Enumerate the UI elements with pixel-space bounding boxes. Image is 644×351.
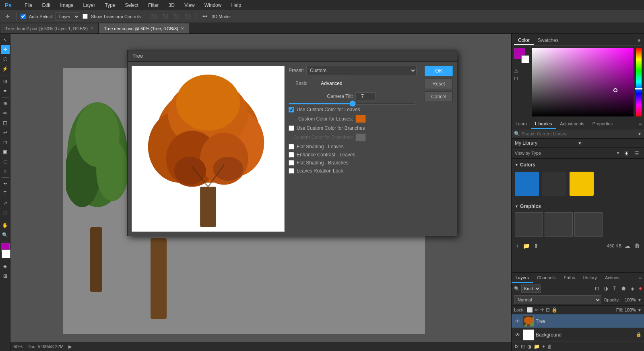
menu-edit[interactable]: Edit [40, 2, 52, 9]
filter-adjustment-btn[interactable]: ◑ [602, 285, 609, 292]
delete-layer-btn[interactable]: 🗑 [547, 344, 552, 349]
menu-3d[interactable]: 3D [167, 2, 176, 9]
tool-lasso[interactable]: ⬡ [1, 55, 10, 64]
tab-history[interactable]: History [579, 273, 601, 283]
tab-tree-demo2-close[interactable]: ✕ [90, 26, 93, 31]
tool-gradient[interactable]: ▣ [1, 147, 10, 156]
fx-btn[interactable]: fx [515, 344, 518, 349]
camera-tilt-slider[interactable] [289, 103, 417, 104]
menu-file[interactable]: File [23, 2, 34, 9]
cloud-sync-btn[interactable]: ☁ [624, 242, 631, 250]
swatches-tab[interactable]: Swatches [534, 36, 563, 45]
reset-button[interactable]: Reset [425, 79, 453, 89]
grid-view-btn[interactable]: ⊞ [622, 149, 630, 157]
lock-all-icon[interactable]: 🔒 [551, 307, 557, 313]
more-btn[interactable]: ••• [200, 12, 209, 21]
cancel-button[interactable]: Cancel [425, 91, 453, 102]
filter-kind-select[interactable]: Kind [521, 285, 541, 293]
tab-properties[interactable]: Properties [588, 119, 617, 129]
tab-adjustments[interactable]: Adjustments [556, 119, 588, 129]
tool-eyedropper[interactable]: ✒ [1, 87, 10, 96]
view-by-arrow[interactable]: ▼ [616, 151, 620, 155]
lock-position-icon[interactable]: ✛ [540, 307, 544, 313]
search-input[interactable] [522, 131, 636, 136]
menu-layer[interactable]: Layer [82, 2, 97, 9]
flat-shading-branches-checkbox[interactable] [289, 160, 294, 166]
menu-view[interactable]: View [183, 2, 196, 9]
tool-pen[interactable]: ✒ [1, 179, 10, 188]
show-transform-checkbox[interactable] [83, 14, 88, 19]
tool-zoom[interactable]: 🔍 [1, 231, 10, 239]
gamut-icon[interactable]: ◻ [514, 75, 529, 81]
menu-help[interactable]: Help [229, 2, 243, 9]
color-swatch-yellow[interactable] [570, 172, 594, 196]
distribute-btn[interactable]: ⬛ [183, 12, 192, 21]
layer-row-background[interactable]: 👁 Background 🔒 [512, 328, 644, 342]
new-group-btn[interactable]: 📁 [534, 344, 540, 349]
filter-shape-btn[interactable]: ⬟ [620, 285, 627, 292]
move-tool-btn[interactable]: ✛ [3, 12, 12, 21]
custom-color-leaves-checkbox[interactable] [289, 107, 294, 112]
tool-path-select[interactable]: ↗ [1, 199, 10, 208]
lock-artboard-icon[interactable]: ⊡ [546, 307, 550, 313]
filter-smart-btn[interactable]: ◈ [629, 285, 636, 292]
ok-button[interactable]: OK [425, 66, 453, 76]
color-gradient-picker[interactable] [532, 48, 634, 116]
tab-tree-demo2[interactable]: Tree demo2.psd @ 50% (Layer 1, RGB/8) ✕ [0, 23, 99, 33]
tool-select[interactable]: ↖ [1, 35, 10, 44]
tool-healing[interactable]: ⊕ [1, 99, 10, 108]
lock-pixels-icon[interactable]: ✏ [535, 307, 539, 313]
color-swatch-blue[interactable] [515, 172, 539, 196]
tool-shape[interactable]: □ [1, 208, 10, 217]
fill-dropdown-arrow[interactable]: ▼ [638, 308, 642, 312]
tab-tree-demo[interactable]: Tree demo.psd @ 50% (Tree, RGB/8) ✕ [99, 23, 189, 33]
preset-select[interactable]: Custom [306, 66, 417, 75]
flat-shading-leaves-checkbox[interactable] [289, 144, 294, 150]
search-dropdown-arrow[interactable]: ▼ [638, 132, 642, 136]
tab-paths[interactable]: Paths [560, 273, 579, 283]
new-library-btn[interactable]: 📁 [522, 242, 530, 250]
dialog-titlebar[interactable]: Tree [128, 50, 457, 62]
delete-library-btn[interactable]: 🗑 [634, 242, 641, 250]
align-center-btn[interactable]: ⬛ [161, 12, 169, 21]
dialog-tab-basic[interactable]: Basic [289, 79, 314, 88]
menu-select[interactable]: Select [124, 2, 140, 9]
tool-brush[interactable]: ✏ [1, 109, 10, 118]
custom-color-leaves-swatch[interactable] [355, 115, 366, 123]
tool-stamp[interactable]: ◫ [1, 118, 10, 127]
colors-section-header[interactable]: ▼ Colors [515, 160, 641, 169]
menu-type[interactable]: Type [103, 2, 117, 9]
lock-transparent-icon[interactable]: ⬜ [527, 307, 533, 313]
libraries-panel-menu[interactable]: ≡ [636, 119, 644, 129]
color-panel-menu[interactable]: ≡ [636, 36, 642, 45]
enhance-contrast-leaves-checkbox[interactable] [289, 152, 294, 158]
background-color-btn[interactable] [2, 249, 10, 258]
tool-blur[interactable]: ◌ [1, 157, 10, 166]
tool-dodge[interactable]: ○ [1, 167, 10, 176]
color-tab[interactable]: Color [514, 36, 534, 45]
list-view-btn[interactable]: ☰ [633, 149, 641, 157]
tab-actions[interactable]: Actions [601, 273, 623, 283]
graphic-thumb-1[interactable] [515, 212, 543, 237]
camera-tilt-input[interactable] [355, 92, 376, 100]
background-color[interactable] [521, 55, 529, 63]
graphic-thumb-2[interactable] [545, 212, 573, 237]
status-arrow[interactable]: ▶ [68, 344, 72, 349]
new-layer-btn[interactable]: + [542, 344, 545, 349]
dialog-tab-advanced[interactable]: Advanced [314, 79, 349, 88]
tool-quick-mask[interactable]: ◈ [1, 262, 10, 271]
add-mask-btn[interactable]: ⊡ [521, 344, 525, 349]
layer-row-tree[interactable]: 👁 Tree [512, 314, 644, 328]
tab-channels[interactable]: Channels [533, 273, 559, 283]
tool-hand[interactable]: ✋ [1, 221, 10, 230]
filter-text-btn[interactable]: T [611, 285, 618, 292]
align-right-btn[interactable]: ⬛ [172, 12, 181, 21]
layer-tree-visibility-btn[interactable]: 👁 [514, 318, 521, 325]
tool-crop[interactable]: ⊡ [1, 77, 10, 86]
library-dropdown[interactable]: My Library ▼ [512, 139, 644, 148]
tab-tree-demo-close[interactable]: ✕ [181, 26, 184, 31]
add-library-item-btn[interactable]: + [515, 242, 520, 250]
new-adjustment-btn[interactable]: ◑ [527, 344, 531, 349]
tool-eraser[interactable]: ◻ [1, 138, 10, 147]
menu-image[interactable]: Image [58, 2, 75, 9]
